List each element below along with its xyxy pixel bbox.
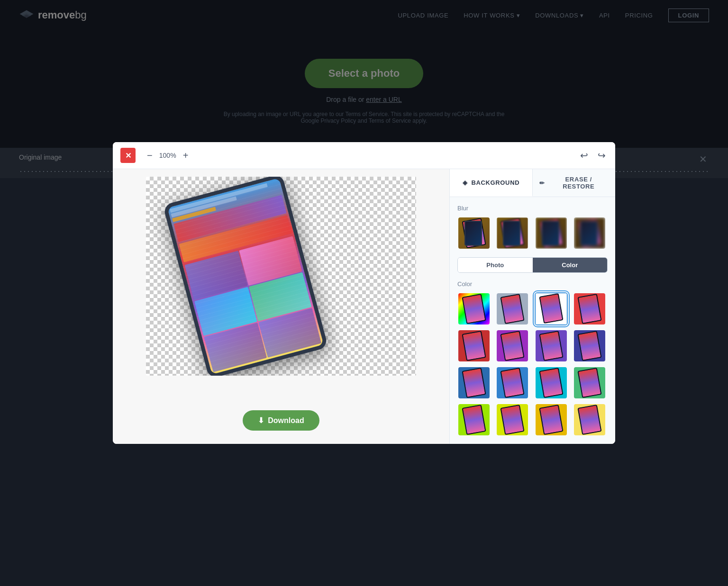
- modal-toolbar: ✕ − 100% + ↩ ↪: [113, 142, 615, 169]
- tab-background[interactable]: ◈ BACKGROUND: [450, 169, 533, 178]
- redo-button[interactable]: ↪: [596, 150, 608, 161]
- background-panel: ◈ BACKGROUND ✏ ERASE / RESTORE Blur: [449, 169, 615, 178]
- image-panel: ⬇ Download: [113, 169, 449, 178]
- zoom-in-button[interactable]: +: [181, 150, 191, 161]
- image-canvas: [120, 177, 442, 178]
- zoom-value-display: 100%: [158, 152, 177, 159]
- editor-modal: ✕ − 100% + ↩ ↪: [113, 142, 615, 178]
- undo-button[interactable]: ↩: [578, 150, 590, 161]
- modal-overlay: ✕ − 100% + ↩ ↪: [0, 0, 728, 178]
- panel-tabs: ◈ BACKGROUND ✏ ERASE / RESTORE: [450, 169, 615, 178]
- zoom-out-button[interactable]: −: [145, 150, 155, 161]
- tablet-image: [163, 177, 328, 178]
- checkerboard-bg: [146, 177, 416, 178]
- modal-body: ⬇ Download ◈ BACKGROUND ✏ ERASE / RESTOR…: [113, 169, 615, 178]
- modal-close-button[interactable]: ✕: [120, 148, 136, 163]
- zoom-controls: − 100% +: [145, 150, 190, 161]
- tab-erase-restore[interactable]: ✏ ERASE / RESTORE: [533, 169, 615, 178]
